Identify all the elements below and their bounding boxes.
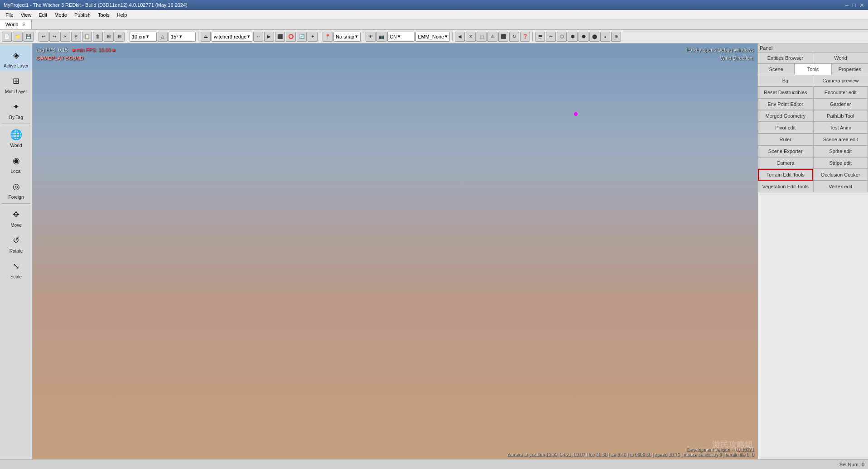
btn-scene-exporter[interactable]: Scene Exporter <box>758 145 813 157</box>
btn-vertex-edit[interactable]: Vertex edit <box>813 181 868 192</box>
tab-properties[interactable]: Properties <box>832 64 868 75</box>
btn-stripe-edit[interactable]: Stripe edit <box>813 157 868 169</box>
btn-scene-area-edit[interactable]: Scene area edit <box>813 134 868 145</box>
close-button[interactable]: ✕ <box>859 2 864 9</box>
minimize-button[interactable]: – <box>845 2 849 9</box>
tab-scene[interactable]: Scene <box>758 64 795 75</box>
btn-reset-destructibles[interactable]: Reset Destructibles <box>758 86 813 98</box>
angle-dropdown[interactable]: 15° ▾ <box>169 32 196 42</box>
tools-btn5[interactable]: ⬣ <box>579 32 588 42</box>
extra-btn6[interactable]: ↻ <box>509 32 519 42</box>
redge-btn6[interactable]: 🔄 <box>297 32 307 42</box>
paste-button[interactable]: 📋 <box>82 32 92 42</box>
menu-item-help[interactable]: Help <box>113 11 131 19</box>
window-controls[interactable]: – □ ✕ <box>845 2 864 9</box>
local-icon: ◉ <box>9 153 24 168</box>
btn-vegetation-edit-tools[interactable]: Vegetation Edit Tools <box>758 181 813 192</box>
sidebar-item-scale[interactable]: ⤡ Scale <box>0 256 32 282</box>
btn-pathlib-tool[interactable]: PathLib Tool <box>813 110 868 122</box>
viewport[interactable]: avg FPS: 0.15 ■ min FPS: 10.00 ■ GAMEPLA… <box>33 43 757 459</box>
snap2-btn[interactable]: 📍 <box>323 32 333 42</box>
world-tab-close[interactable]: ✕ <box>22 22 26 27</box>
tab-world[interactable]: World <box>813 53 868 63</box>
nosnap-dropdown[interactable]: No snap ▾ <box>333 32 361 42</box>
tools-btn2[interactable]: ✁ <box>546 32 556 42</box>
open-button[interactable]: 📁 <box>13 32 23 42</box>
layer-dropdown[interactable]: CN ▾ <box>387 32 415 42</box>
sel-num-value: 0 <box>862 462 864 467</box>
delete-button[interactable]: 🗑 <box>93 32 103 42</box>
world-tab-label: World <box>5 22 19 27</box>
btn-pivot-edit[interactable]: Pivot edit <box>758 122 813 134</box>
redge-btn4[interactable]: ⬛ <box>275 32 285 42</box>
menu-item-file[interactable]: File <box>2 11 17 19</box>
menu-item-tools[interactable]: Tools <box>94 11 113 19</box>
redge-btn5[interactable]: ⭕ <box>286 32 296 42</box>
cut-button[interactable]: ✂ <box>60 32 70 42</box>
tools-btn8[interactable]: ⊕ <box>611 32 621 42</box>
btn-merged-geometry[interactable]: Merged Geometry <box>758 110 813 122</box>
vis-btn[interactable]: 👁 <box>366 32 376 42</box>
btn-env-point-editor[interactable]: Env Point Editor <box>758 98 813 110</box>
sidebar-item-world[interactable]: 🌐 World <box>0 125 32 151</box>
menu-bar: FileViewEditModePublishToolsHelp <box>0 10 868 20</box>
redge-btn2[interactable]: ↔ <box>253 32 263 42</box>
redo-button[interactable]: ↪ <box>49 32 59 42</box>
menu-item-mode[interactable]: Mode <box>51 11 71 19</box>
copy-button[interactable]: ⎘ <box>71 32 81 42</box>
snap-distance-dropdown[interactable]: 10 cm ▾ <box>130 32 157 42</box>
menu-item-view[interactable]: View <box>17 11 35 19</box>
foreign-label: Foreign <box>9 195 24 200</box>
maximize-button[interactable]: □ <box>852 2 856 9</box>
tools-btn1[interactable]: ⬒ <box>535 32 545 42</box>
btn-test-anim[interactable]: Test Anim <box>813 122 868 134</box>
sidebar-item-rotate[interactable]: ↺ Rotate <box>0 230 32 256</box>
layers-button[interactable]: ⊞ <box>104 32 114 42</box>
btn-ruler[interactable]: Ruler <box>758 134 813 145</box>
tools-btn4[interactable]: ⬢ <box>568 32 578 42</box>
sidebar-item-local[interactable]: ◉ Local <box>0 151 32 177</box>
sidebar-item-active-layer[interactable]: ◈ Active Layer <box>0 45 32 71</box>
btn-terrain-edit-tools[interactable]: Terrain Edit Tools <box>758 169 813 181</box>
local-label: Local <box>11 169 22 174</box>
new-button[interactable]: 📄 <box>2 32 12 42</box>
snap-icon[interactable]: △ <box>158 32 168 42</box>
btn-sprite-edit[interactable]: Sprite edit <box>813 145 868 157</box>
main-layout: ◈ Active Layer ⊞ Multi Layer ✦ By Tag 🌐 … <box>0 43 868 459</box>
extra-btn1[interactable]: ◀ <box>455 32 465 42</box>
tab-bg[interactable]: Bg <box>758 75 813 86</box>
menu-item-edit[interactable]: Edit <box>35 11 51 19</box>
sidebar-item-foreign[interactable]: ◎ Foreign <box>0 177 32 202</box>
tab-entities-browser[interactable]: Entities Browser <box>758 53 813 63</box>
cam-btn[interactable]: 📷 <box>376 32 386 42</box>
redge-btn3[interactable]: ▶ <box>264 32 274 42</box>
extra-btn7[interactable]: ❓ <box>520 32 530 42</box>
btn-gardener[interactable]: Gardener <box>813 98 868 110</box>
extra-btn2[interactable]: ✕ <box>466 32 476 42</box>
world-tab[interactable]: World ✕ <box>0 20 32 29</box>
undo-button[interactable]: ↩ <box>39 32 48 42</box>
grid-button[interactable]: ⊟ <box>115 32 125 42</box>
tab-tools[interactable]: Tools <box>795 64 831 75</box>
redge-dropdown[interactable]: witcher3.redge ▾ <box>212 32 252 42</box>
sidebar-item-by-tag[interactable]: ✦ By Tag <box>0 97 32 123</box>
extra-btn5[interactable]: ⬛ <box>498 32 508 42</box>
tab-camera-preview[interactable]: Camera preview <box>813 75 868 86</box>
emm-dropdown[interactable]: EMM_None ▾ <box>415 32 450 42</box>
tools-btn3[interactable]: ⬡ <box>557 32 567 42</box>
btn-encounter-edit[interactable]: Encounter edit <box>813 86 868 98</box>
btn-occlusion-cooker[interactable]: Occlusion Cooker <box>813 169 868 181</box>
redge-btn7[interactable]: ✦ <box>308 32 318 42</box>
btn-camera[interactable]: Camera <box>758 157 813 169</box>
sidebar-item-multi-layer[interactable]: ⊞ Multi Layer <box>0 71 32 97</box>
save-button[interactable]: 💾 <box>24 32 34 42</box>
tools-btn7[interactable]: ⬥ <box>600 32 610 42</box>
tools-btn6[interactable]: ⬤ <box>589 32 599 42</box>
world-icon: 🌐 <box>9 128 24 142</box>
menu-item-publish[interactable]: Publish <box>71 11 94 19</box>
extra-btn3[interactable]: ⬚ <box>477 32 487 42</box>
app-title: MyProject1 - The Witcher 3 REDkit - Buil… <box>4 2 188 8</box>
sidebar-item-move[interactable]: ✥ Move <box>0 205 32 230</box>
extra-btn4[interactable]: ⚠ <box>487 32 497 42</box>
terrain-btn[interactable]: ⛰ <box>201 32 211 42</box>
